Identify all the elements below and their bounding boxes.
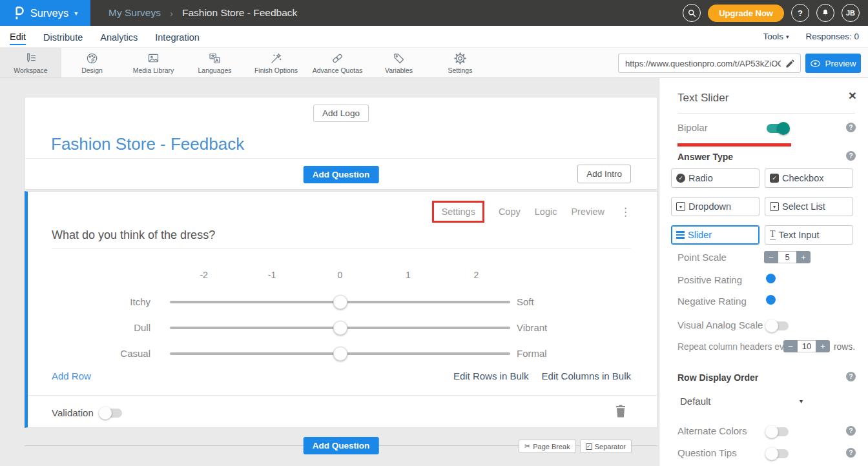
scale-label: -1 <box>268 270 276 280</box>
toolbar-item-variables[interactable]: Variables <box>368 48 429 77</box>
visual-analog-scale-toggle[interactable] <box>767 321 789 330</box>
slider-thumb[interactable] <box>333 321 347 335</box>
breadcrumb-current-survey: Fashion Store - Feedback <box>182 7 297 19</box>
answer-type-dropdown-button[interactable]: ▾ Dropdown <box>671 197 760 216</box>
chain-links-icon <box>331 52 344 65</box>
separator-label: Separator <box>595 443 626 451</box>
delete-question-trash-icon[interactable] <box>615 405 626 420</box>
point-scale-decrement-button[interactable]: − <box>764 251 778 263</box>
repeat-headers-input[interactable] <box>798 340 816 352</box>
answer-type-slider-button[interactable]: Slider <box>671 225 760 245</box>
repeat-headers-increment-button[interactable]: + <box>816 340 830 352</box>
survey-title[interactable]: Fashion Store - Feedback <box>51 134 244 154</box>
page-break-button[interactable]: ✂ Page Break <box>519 440 576 453</box>
slider-track <box>170 301 510 303</box>
row-display-order-select[interactable]: Default ▾ <box>680 396 803 407</box>
question-logic-link[interactable]: Logic <box>535 207 557 217</box>
close-icon[interactable]: × <box>849 88 856 102</box>
toolbar-item-settings[interactable]: Settings <box>429 48 491 77</box>
question-preview-link[interactable]: Preview <box>571 207 604 217</box>
question-text[interactable]: What do you think of the dress? <box>52 228 215 242</box>
help-icon[interactable]: ? <box>846 372 856 381</box>
tools-dropdown[interactable]: Tools ▾ <box>763 32 789 41</box>
slider-track <box>170 327 510 329</box>
slider-row: Itchy Soft <box>28 294 657 310</box>
slider-track <box>170 352 510 355</box>
help-icon[interactable]: ? <box>846 123 856 132</box>
tab-integration[interactable]: Integration <box>155 28 200 45</box>
toggle-knob <box>765 447 778 460</box>
repeat-headers-decrement-button[interactable]: − <box>783 340 798 352</box>
answer-type-select-list-button[interactable]: ▾ Select List <box>765 197 853 216</box>
survey-url-input[interactable] <box>625 59 781 68</box>
product-switcher[interactable]: Surveys ▾ <box>0 0 90 26</box>
toolbar-item-finish-options[interactable]: Finish Options <box>245 48 307 77</box>
positive-rating-color-swatch[interactable] <box>766 274 776 283</box>
toolbar-item-design[interactable]: Design <box>61 48 123 77</box>
positive-rating-label: Positive Rating <box>677 274 742 285</box>
text-input-t-icon: T <box>770 230 776 240</box>
design-palette-icon <box>85 52 99 65</box>
bipolar-toggle[interactable] <box>767 124 789 133</box>
answer-type-label: Checkbox <box>782 173 823 183</box>
question-settings-link[interactable]: Settings <box>432 201 484 223</box>
help-button[interactable]: ? <box>791 4 809 22</box>
page-break-icon: ✂ <box>524 442 530 451</box>
edit-columns-in-bulk-link[interactable]: Edit Columns in Bulk <box>542 370 631 381</box>
workspace-icon <box>24 52 37 65</box>
add-row-link[interactable]: Add Row <box>52 370 91 381</box>
upgrade-now-button[interactable]: Upgrade Now <box>708 5 784 22</box>
notifications-button[interactable] <box>816 4 834 22</box>
alternate-colors-toggle[interactable] <box>767 427 789 436</box>
toolbar-item-media-library[interactable]: Media Library <box>123 48 184 77</box>
slider-bars-icon <box>676 231 685 239</box>
point-scale-input[interactable] <box>778 251 796 263</box>
repeat-headers-label: Repeat column headers every <box>677 342 796 352</box>
separator-button[interactable]: ✓ Separator <box>580 440 632 453</box>
preview-button[interactable]: Preview <box>805 54 861 73</box>
editor-toolbar: Workspace Design Media Library Languages… <box>0 47 868 78</box>
add-question-button-top[interactable]: Add Question <box>304 166 379 183</box>
answer-type-text-input-button[interactable]: T Text Input <box>765 225 853 245</box>
edit-rows-in-bulk-link[interactable]: Edit Rows in Bulk <box>453 370 529 381</box>
tab-distribute[interactable]: Distribute <box>43 28 83 45</box>
answer-type-checkbox-button[interactable]: ✓ Checkbox <box>765 168 853 188</box>
question-copy-link[interactable]: Copy <box>499 207 521 217</box>
toolbar-item-workspace[interactable]: Workspace <box>0 48 61 77</box>
tab-edit[interactable]: Edit <box>10 28 26 45</box>
repeat-headers-suffix: rows. <box>834 342 855 352</box>
page-break-label: Page Break <box>533 443 570 451</box>
validation-toggle[interactable] <box>100 409 122 418</box>
row-left-label: Casual <box>52 348 150 359</box>
toolbar-item-languages[interactable]: Languages <box>184 48 245 77</box>
kebab-menu-icon[interactable]: ⋮ <box>620 205 631 219</box>
toolbar-item-advance-quotas[interactable]: Advance Quotas <box>307 48 368 77</box>
slider-row: Dull Vibrant <box>28 320 657 336</box>
answer-type-label: Slider <box>688 230 712 240</box>
slider-thumb[interactable] <box>333 295 347 309</box>
help-icon[interactable]: ? <box>846 448 856 458</box>
breadcrumb-my-surveys[interactable]: My Surveys <box>108 7 161 19</box>
help-icon[interactable]: ? <box>846 426 856 436</box>
toolbar-label: Advance Quotas <box>313 66 363 74</box>
help-icon[interactable]: ? <box>846 151 856 161</box>
alternate-colors-label: Alternate Colors <box>677 425 747 436</box>
add-logo-button[interactable]: Add Logo <box>313 105 369 122</box>
select-list-box-icon: ▾ <box>770 202 779 211</box>
add-question-button-bottom[interactable]: Add Question <box>304 437 379 454</box>
question-tips-toggle[interactable] <box>767 449 789 458</box>
edit-url-pencil-icon[interactable] <box>785 58 796 72</box>
slider-row: Casual Formal <box>28 346 657 361</box>
slider-thumb[interactable] <box>333 347 347 361</box>
answer-type-radio-button[interactable]: ✓ Radio <box>671 168 760 188</box>
negative-rating-color-swatch[interactable] <box>766 295 776 305</box>
bipolar-label: Bipolar <box>677 122 708 133</box>
survey-header-card: Add Logo Fashion Store - Feedback Add Qu… <box>25 97 657 190</box>
add-intro-button[interactable]: Add Intro <box>577 165 631 183</box>
responses-count[interactable]: Responses: 0 <box>805 32 859 41</box>
avatar[interactable]: JB <box>842 4 860 22</box>
search-button[interactable] <box>683 4 701 22</box>
tab-analytics[interactable]: Analytics <box>100 28 138 45</box>
point-scale-increment-button[interactable]: + <box>796 251 811 263</box>
negative-rating-label: Negative Rating <box>677 296 747 307</box>
